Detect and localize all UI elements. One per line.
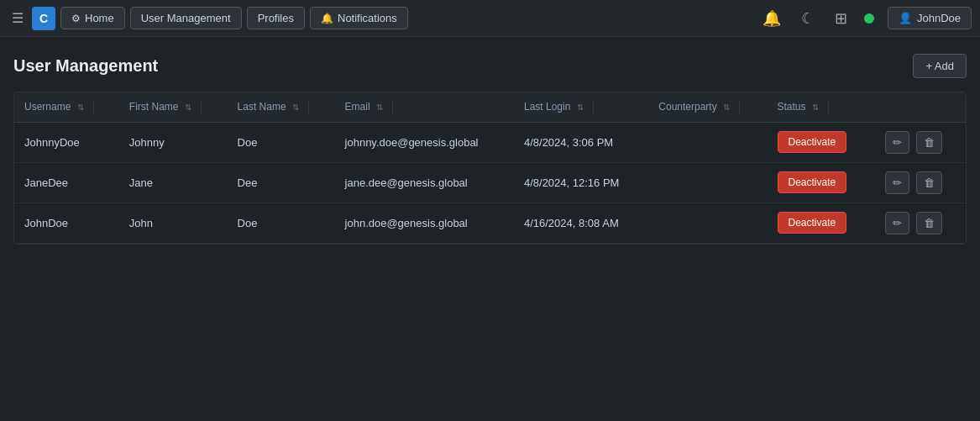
sort-icon-firstname: ⇅	[185, 103, 191, 112]
deactivate-button[interactable]: Deactivate	[778, 171, 847, 193]
cell-first_name: John	[119, 203, 228, 243]
notifications-button[interactable]: 🔔 Notifications	[310, 7, 408, 29]
col-status: Status ⇅	[768, 92, 872, 122]
navbar-right: 🔔 ☾ ⊞ 👤 JohnDoe	[759, 6, 972, 31]
cell-status: Deactivate	[768, 162, 872, 203]
table-row: JohnnyDoeJohnnyDoejohnny.doe@genesis.glo…	[14, 122, 966, 162]
cell-email: jane.dee@genesis.global	[335, 162, 514, 203]
table-body: JohnnyDoeJohnnyDoejohnny.doe@genesis.glo…	[14, 122, 966, 243]
cell-actions: ✏🗑	[872, 203, 966, 243]
cell-status: Deactivate	[768, 122, 872, 162]
cell-first_name: Johnny	[119, 122, 228, 162]
deactivate-button[interactable]: Deactivate	[778, 131, 847, 153]
user-avatar-icon: 👤	[899, 12, 912, 24]
page-title: User Management	[13, 56, 158, 76]
table-row: JaneDeeJaneDeejane.dee@genesis.global4/8…	[14, 162, 966, 203]
home-button[interactable]: ⚙ Home	[60, 7, 125, 29]
col-last-name: Last Name ⇅	[228, 92, 335, 122]
sort-icon-status: ⇅	[812, 103, 819, 112]
cell-last_name: Doe	[228, 203, 335, 243]
grid-button[interactable]: ⊞	[831, 6, 851, 31]
cell-username: JaneDee	[14, 162, 119, 203]
cell-last_name: Doe	[228, 122, 335, 162]
col-actions	[872, 92, 966, 122]
actions-cell: ✏🗑	[882, 131, 956, 154]
dark-mode-button[interactable]: ☾	[798, 6, 818, 31]
navbar-left: ☰ C ⚙ Home User Management Profiles 🔔 No…	[8, 7, 752, 30]
page-header: User Management + Add	[13, 54, 967, 78]
deactivate-button[interactable]: Deactivate	[778, 212, 847, 234]
delete-button[interactable]: 🗑	[916, 131, 942, 154]
table-row: JohnDoeJohnDoejohn.doe@genesis.global4/1…	[14, 203, 966, 243]
edit-button[interactable]: ✏	[885, 131, 909, 154]
brand-icon: C	[32, 7, 55, 30]
table-header: Username ⇅ First Name ⇅ Last Name ⇅	[14, 92, 966, 122]
delete-button[interactable]: 🗑	[916, 171, 942, 194]
user-table-container: Username ⇅ First Name ⇅ Last Name ⇅	[13, 92, 967, 245]
user-management-button[interactable]: User Management	[130, 7, 242, 29]
cell-username: JohnDoe	[14, 203, 119, 243]
cell-actions: ✏🗑	[872, 162, 966, 203]
col-last-login: Last Login ⇅	[514, 92, 648, 122]
edit-button[interactable]: ✏	[885, 171, 909, 194]
delete-button[interactable]: 🗑	[916, 212, 942, 234]
sort-icon-username: ⇅	[77, 103, 84, 112]
status-dot	[864, 13, 874, 24]
edit-button[interactable]: ✏	[885, 212, 909, 234]
cell-actions: ✏🗑	[872, 122, 966, 162]
navbar: ☰ C ⚙ Home User Management Profiles 🔔 No…	[0, 0, 980, 37]
cell-last_login: 4/8/2024, 3:06 PM	[514, 122, 648, 162]
actions-cell: ✏🗑	[882, 212, 956, 234]
col-username: Username ⇅	[14, 92, 119, 122]
cell-username: JohnnyDoe	[14, 122, 119, 162]
hamburger-icon[interactable]: ☰	[8, 7, 27, 29]
home-gear-icon: ⚙	[71, 13, 81, 24]
user-menu-button[interactable]: 👤 JohnDoe	[888, 7, 972, 29]
cell-first_name: Jane	[119, 162, 228, 203]
cell-counterparty	[648, 162, 767, 203]
col-email: Email ⇅	[335, 92, 514, 122]
main-content: User Management + Add Username ⇅ First N…	[0, 37, 980, 261]
sort-icon-lastlogin: ⇅	[577, 103, 584, 112]
cell-status: Deactivate	[768, 203, 872, 243]
cell-email: john.doe@genesis.global	[335, 203, 514, 243]
cell-email: johnny.doe@genesis.global	[335, 122, 514, 162]
user-table: Username ⇅ First Name ⇅ Last Name ⇅	[14, 92, 966, 244]
notifications-bell-icon: 🔔	[321, 13, 333, 24]
cell-counterparty	[648, 203, 767, 243]
actions-cell: ✏🗑	[882, 171, 956, 194]
cell-last_login: 4/8/2024, 12:16 PM	[514, 162, 648, 203]
cell-last_name: Dee	[228, 162, 335, 203]
add-user-button[interactable]: + Add	[913, 54, 967, 78]
sort-icon-counterparty: ⇅	[723, 103, 730, 112]
profiles-button[interactable]: Profiles	[247, 7, 305, 29]
col-counterparty: Counterparty ⇅	[648, 92, 767, 122]
bell-button[interactable]: 🔔	[759, 6, 784, 31]
col-first-name: First Name ⇅	[119, 92, 228, 122]
sort-icon-lastname: ⇅	[292, 103, 299, 112]
cell-counterparty	[648, 122, 767, 162]
sort-icon-email: ⇅	[376, 103, 383, 112]
cell-last_login: 4/16/2024, 8:08 AM	[514, 203, 648, 243]
